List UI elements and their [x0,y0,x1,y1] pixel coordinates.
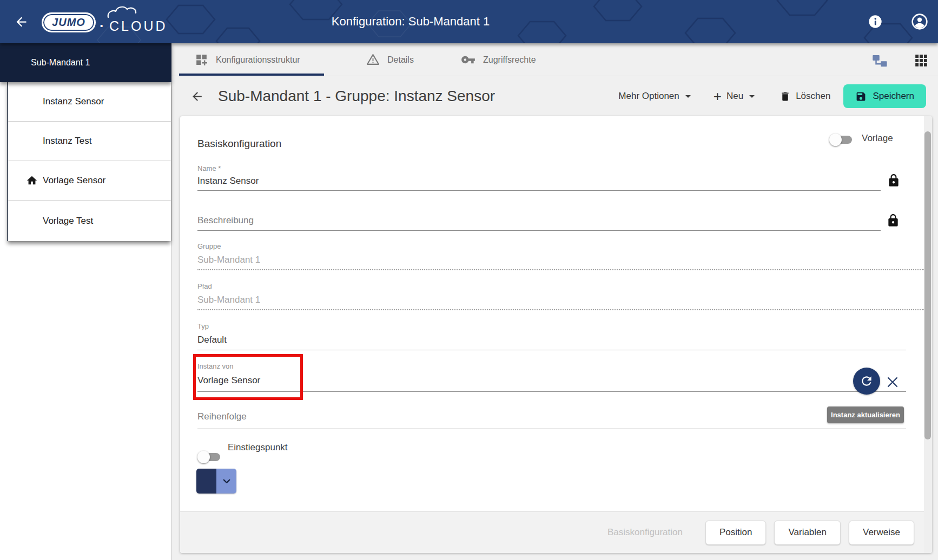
lock-icon [887,172,901,189]
home-icon [26,175,38,186]
typ-field-label: Typ [197,322,209,330]
variablen-button[interactable]: Variablen [774,521,841,545]
app-bar: JUMO · CLOUD Konfiguration: Sub-Mandant … [0,0,938,43]
sidebar-item-label: Vorlage Sensor [43,175,105,186]
screen: JUMO · CLOUD Konfiguration: Sub-Mandant … [0,0,938,560]
new-label: Neu [726,91,743,102]
cloud-logo-text: CLOUD [109,18,168,34]
reihenfolge-field-placeholder[interactable]: Reihenfolge [197,411,247,422]
trash-icon [780,91,791,102]
logo-separator: · [100,18,104,35]
refresh-instance-button[interactable] [853,368,880,395]
save-label: Speichern [873,91,914,102]
back-icon[interactable] [190,90,204,103]
toolbar: Sub-Mandant 1 - Gruppe: Instanz Sensor M… [171,76,938,116]
sidebar-nav: Instanz Sensor Instanz Test Vorlage Sens… [7,82,171,241]
new-button[interactable]: + Neu [714,91,755,102]
typ-field-value[interactable]: Default [197,335,227,345]
scrollbar-track[interactable] [924,116,932,553]
key-icon [461,52,475,67]
annotation-highlight-box [193,354,303,400]
more-options-label: Mehr Optionen [618,91,679,102]
sidebar-header-label: Sub-Mandant 1 [31,58,90,68]
info-icon[interactable] [868,14,883,29]
clear-instance-icon[interactable] [886,376,899,389]
plus-icon: + [714,91,722,102]
vorlage-toggle-label: Vorlage [862,133,893,144]
jumo-logo-text: JUMO [52,16,85,29]
reihenfolge-field-underline [197,429,906,429]
cloud-outline-icon [107,4,159,18]
active-tab-underline [179,74,324,76]
pfad-field-underline [197,309,924,310]
more-options-button[interactable]: Mehr Optionen [618,91,690,102]
account-icon[interactable] [911,13,928,30]
apps-grid-icon[interactable] [914,54,928,68]
name-field-label: Name * [197,164,221,172]
footer-section-label: Basiskonfiguration [607,527,683,538]
sidebar-item-vorlage-test[interactable]: Vorlage Test [8,201,171,241]
color-picker-dropdown[interactable] [216,469,236,494]
content-area: Konfigurationsstruktur Details Zugriffsr… [171,43,938,560]
chevron-down-icon [222,476,232,486]
delete-button[interactable]: Löschen [780,91,830,102]
sidebar-item-label: Instanz Test [43,136,91,146]
einstiegspunkt-toggle[interactable] [199,453,220,461]
gruppe-field-label: Gruppe [197,242,221,250]
lock-icon [886,212,900,229]
name-field-underline [197,190,881,191]
tab-bar: Konfigurationsstruktur Details Zugriffsr… [171,43,938,76]
warning-icon [366,53,380,66]
vorlage-toggle[interactable] [830,136,852,144]
gruppe-field-value: Sub-Mandant 1 [197,255,260,265]
tab-konfigurationsstruktur[interactable]: Konfigurationsstruktur [195,43,300,76]
color-swatch [196,469,216,494]
app-bar-title: Konfiguration: Sub-Mandant 1 [332,15,490,29]
typ-field-underline [197,350,906,350]
sidebar-item-label: Vorlage Test [43,216,93,226]
page-title: Sub-Mandant 1 - Gruppe: Instanz Sensor [218,88,495,105]
app-back-icon[interactable] [14,15,29,29]
gruppe-field-underline [197,269,924,270]
sidebar-item-vorlage-sensor[interactable]: Vorlage Sensor [8,161,171,201]
dashboard-customize-icon [195,53,208,66]
scrollbar-thumb[interactable] [924,131,931,439]
tab-label: Details [387,55,414,65]
tab-label: Konfigurationsstruktur [216,55,300,65]
tab-label: Zugriffsrechte [483,55,536,65]
color-picker[interactable] [196,469,236,494]
variablen-label: Variablen [788,527,827,538]
sidebar-item-label: Instanz Sensor [43,96,104,107]
position-label: Position [719,527,752,538]
name-field-value[interactable]: Instanz Sensor [197,176,259,186]
sidebar-header: Sub-Mandant 1 [0,43,171,82]
pfad-field-value: Sub-Mandant 1 [197,295,260,305]
instanz-von-field-underline [197,391,906,392]
position-button[interactable]: Position [705,521,766,545]
verweise-label: Verweise [863,527,900,538]
save-button[interactable]: Speichern [843,84,926,108]
refresh-tooltip-label: Instanz aktualisieren [831,411,900,419]
einstiegspunkt-toggle-label: Einstiegspunkt [228,442,288,453]
card-footer: Basiskonfiguration Position Variablen Ve… [180,511,932,553]
delete-label: Löschen [796,91,830,102]
refresh-icon [860,374,874,388]
chevron-down-icon [749,95,755,98]
tab-details[interactable]: Details [366,43,414,76]
sidebar-item-instanz-sensor[interactable]: Instanz Sensor [8,82,171,122]
beschreibung-field-underline [197,230,881,231]
pfad-field-label: Pfad [197,282,212,290]
chevron-down-icon [685,95,691,98]
toggle-thumb [829,134,842,146]
tree-view-icon[interactable] [872,52,888,69]
section-title: Basiskonfiguration [197,138,281,150]
toggle-thumb [197,451,210,463]
sidebar-item-instanz-test[interactable]: Instanz Test [8,122,171,161]
tab-zugriffsrechte[interactable]: Zugriffsrechte [461,43,536,76]
save-icon [855,91,867,102]
verweise-button[interactable]: Verweise [849,521,914,545]
config-form-card: Basiskonfiguration Vorlage Name * Instan… [180,116,932,553]
jumo-logo: JUMO [42,12,96,32]
refresh-tooltip: Instanz aktualisieren [827,406,904,423]
beschreibung-field-placeholder[interactable]: Beschreibung [197,215,254,226]
